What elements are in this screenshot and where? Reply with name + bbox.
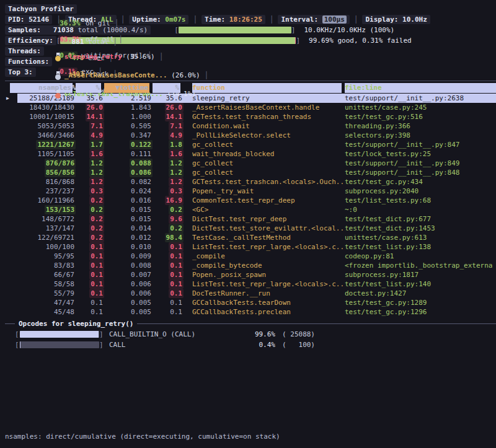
cell-pct: 0.2 <box>76 224 104 233</box>
interval-field: Interval: 100µs <box>278 15 349 24</box>
column-header-function[interactable]: function <box>192 83 342 93</box>
table-row[interactable]: ▶ 58/58 0.1 0.006 0.1 ListTest.test_repr… <box>5 279 496 289</box>
samples-bar <box>179 27 291 33</box>
cell-cum-pct: 0.1 <box>153 289 184 298</box>
table-row[interactable]: ▶ 100/100 0.1 0.010 0.1 ListTest.test_re… <box>5 242 496 252</box>
cell-pct: 0.1 <box>76 298 104 307</box>
efficiency-summary: 99.69% good, 0.31% failed <box>309 37 412 45</box>
cell-file-line: test/test_list.py:140 <box>345 279 496 289</box>
cell-nsamples: 237/237 <box>20 187 76 196</box>
top3-label: Top 3: <box>5 68 36 77</box>
cell-nsamples: 45/48 <box>20 307 76 317</box>
cell-cum-pct: 1.6 <box>153 149 184 159</box>
cell-cum-pct: 4.9 <box>153 131 184 140</box>
cell-nsamples: 1105/1105 <box>20 149 76 159</box>
column-header-tottime-sorted[interactable]: ▼tottime <box>104 83 149 93</box>
cell-file-line: test/test_gc.py:434 <box>345 177 496 187</box>
table-row[interactable]: ▶ 66/67 0.1 0.007 0.1 Popen._posix_spawn… <box>5 270 496 279</box>
table-row[interactable]: ▶ 153/153 0.2 0.015 0.2 <GC> ~:0 <box>5 205 496 214</box>
cell-gap <box>184 289 192 298</box>
cell-nsamples: 816/868 <box>20 177 76 187</box>
cell-pct: 0.1 <box>76 270 104 279</box>
table-row[interactable]: ▶ 47/47 0.1 0.005 0.1 GCCallbackTests.te… <box>5 298 496 307</box>
cell-gap <box>184 103 192 112</box>
table-row[interactable]: ▶ 55/79 0.1 0.006 0.1 DocTestRunner.__ru… <box>5 289 496 298</box>
cell-file-line: test/lock_tests.py:25 <box>345 149 496 159</box>
cell-nsamples: 10001/10015 <box>20 112 76 121</box>
opcode-bar <box>20 331 99 338</box>
cell-cum-pct: 0.1 <box>153 242 184 252</box>
opcode-name: CALL <box>109 340 241 350</box>
opcode-bar-close: ] <box>99 329 104 340</box>
cell-gap <box>184 270 192 279</box>
cell-function: CommonTest.test_repr_deep <box>192 196 345 205</box>
cell-file-line: ~:0 <box>345 205 496 214</box>
divider: │ <box>110 19 123 27</box>
top3-percent: (26.0%) <box>167 71 200 79</box>
cell-nsamples: 856/856 <box>20 168 76 177</box>
cell-cum-pct: 1.2 <box>153 168 184 177</box>
cell-tottime: 0.010 <box>104 242 153 252</box>
table-row[interactable]: ▶ 122/69721 0.2 0.012 98.4 TestCase._cal… <box>5 233 496 242</box>
column-header-nsamples[interactable]: nsamples <box>10 83 73 93</box>
thread-stat: 36.3% on gil│ <box>58 19 123 27</box>
cell-function: _PollLikeSelector.select <box>192 131 345 140</box>
table-row[interactable]: ▶ 876/876 1.2 0.088 1.2 gc_collect test/… <box>5 159 496 168</box>
table-row[interactable]: ▶ 18430/18430 26.0 1.843 26.0 _AssertRai… <box>5 103 496 112</box>
cell-tottime: 1.843 <box>104 103 153 112</box>
rule-segment <box>137 323 496 324</box>
table-row[interactable]: ▶ 237/237 0.3 0.024 0.3 Popen._try_wait … <box>5 187 496 196</box>
cell-gap <box>184 131 192 140</box>
table-row[interactable]: ▶ 45/48 0.1 0.005 0.1 GCCallbackTests.pr… <box>5 307 496 317</box>
cell-cum-pct: 0.1 <box>153 298 184 307</box>
cell-cum-pct: 1.2 <box>153 159 184 168</box>
cell-gap <box>184 159 192 168</box>
cell-pct: 1.2 <box>76 168 104 177</box>
table-row[interactable]: ▶ 816/868 1.2 0.082 1.2 GCTests.test_tra… <box>5 177 496 187</box>
table-row[interactable]: ▶ 25188/25189 35.6 2.519 35.6 sleeping_r… <box>5 94 496 103</box>
cell-file-line: test/support/__init__.py:848 <box>345 168 496 177</box>
table-row[interactable]: ▶ 160/11966 0.2 0.016 16.9 CommonTest.te… <box>5 196 496 205</box>
cell-pct: 0.1 <box>76 279 104 289</box>
interval-label: Interval: <box>281 15 318 24</box>
cell-nsamples: 18430/18430 <box>20 103 76 112</box>
cell-gap <box>184 261 192 270</box>
table-row[interactable]: ▶ 1105/1105 1.6 0.111 1.6 wait_threads_b… <box>5 149 496 159</box>
cell-tottime: 0.082 <box>104 177 153 187</box>
table-row[interactable]: ▶ 148/6772 0.2 0.015 9.6 DictTest.test_r… <box>5 214 496 224</box>
cell-gap <box>184 298 192 307</box>
column-header-file-line[interactable]: file:line <box>345 83 496 93</box>
cell-tottime: 0.014 <box>104 224 153 233</box>
thread-stat-value: 36.3% <box>58 19 81 27</box>
column-header-cum-pct[interactable]: % <box>153 83 180 93</box>
table-row[interactable]: ▶ 3466/3466 4.9 0.347 4.9 _PollLikeSelec… <box>5 131 496 140</box>
cell-function: DocTestRunner.__run <box>192 289 345 298</box>
opcodes-title: Opcodes for sleeping_retry() <box>15 320 137 328</box>
display-label: Display: <box>365 15 398 24</box>
cell-file-line: threading.py:366 <box>345 121 496 131</box>
cell-cum-pct: 0.1 <box>153 261 184 270</box>
medal-icon <box>55 71 61 80</box>
cell-nsamples: 95/95 <box>20 252 76 261</box>
table-row[interactable]: ▶ 95/95 0.1 0.009 0.1 _compile codeop.py… <box>5 252 496 261</box>
cell-gap <box>184 149 192 159</box>
cell-cum-pct: 7.1 <box>153 121 184 131</box>
cell-tottime: 0.005 <box>104 307 153 317</box>
table-row[interactable]: ▶ 856/856 1.2 0.086 1.2 gc_collect test/… <box>5 168 496 177</box>
cell-pct: 1.6 <box>76 149 104 159</box>
table-row[interactable]: ▶ 83/83 0.1 0.008 0.1 _compile_bytecode … <box>5 261 496 270</box>
cell-cum-pct: 0.2 <box>153 205 184 214</box>
cell-gap <box>184 196 192 205</box>
top3-line: Top 3: sleeping_retry (35.6%)│ _AssertRa… <box>5 67 496 77</box>
table-row[interactable]: ▶ 10001/10015 14.1 1.000 14.1 GCTests.te… <box>5 112 496 121</box>
column-header-pct[interactable]: % <box>76 83 101 93</box>
top3-item: sleeping_retry (35.6%)│ <box>54 53 167 61</box>
table-row[interactable]: ▶ 5053/5053 7.1 0.505 7.1 Condition.wait… <box>5 121 496 131</box>
opcode-bar <box>20 341 99 348</box>
cell-pct: 0.1 <box>76 242 104 252</box>
table-row[interactable]: ▶ 1221/1267 1.7 0.122 1.8 gc_collect tes… <box>5 140 496 149</box>
table-row[interactable]: ▶ 137/147 0.2 0.014 0.2 DictTest.test_st… <box>5 224 496 233</box>
pid-field: PID: 52146 <box>5 15 52 24</box>
cell-nsamples: 58/58 <box>20 279 76 289</box>
cell-file-line: test/support/__init__.py:2638 <box>345 94 496 103</box>
